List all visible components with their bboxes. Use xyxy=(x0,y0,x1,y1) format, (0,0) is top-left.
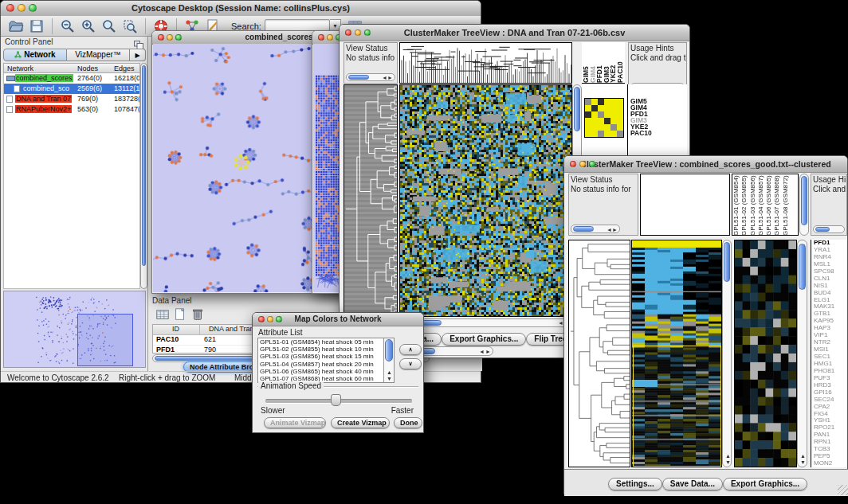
attribute-list-item[interactable]: GPL51-06 (GSM865) heat shock 40 min xyxy=(258,368,383,375)
search-label: Search: xyxy=(231,21,261,31)
close-icon[interactable] xyxy=(6,4,14,12)
gene-dendrogram[interactable] xyxy=(568,240,630,467)
minimize-icon[interactable] xyxy=(579,161,586,167)
column-label: GPL51-03 (GSM856) xyxy=(749,174,757,236)
row-label: PAC10 xyxy=(630,130,687,136)
attribute-list-item[interactable]: GPL51-02 (GSM855) heat shock 10 min xyxy=(258,346,383,353)
move-up-button[interactable]: ∧ xyxy=(399,344,422,355)
gene-label: BUD4 xyxy=(814,290,847,297)
network-list-row[interactable]: combined_sco 2569(6) 13112(15) xyxy=(4,84,139,94)
tab-overflow-arrow[interactable]: ▶ xyxy=(130,49,146,61)
minimize-icon[interactable] xyxy=(327,34,333,41)
gene-label: VIP1 xyxy=(814,332,847,339)
move-down-button[interactable]: ∨ xyxy=(399,358,422,369)
gene-label: HMG1 xyxy=(814,361,847,368)
view-status-scrollbar[interactable]: ◄► xyxy=(571,225,620,233)
zoom-in-icon[interactable] xyxy=(80,18,96,34)
close-icon[interactable] xyxy=(570,161,576,167)
heatmap-global-view[interactable] xyxy=(399,84,572,317)
usage-hints-scrollbar[interactable] xyxy=(813,225,845,233)
attribute-listbox[interactable]: GPL51-01 (GSM854) heat shock 05 minGPL51… xyxy=(257,338,395,383)
network-file-icon xyxy=(6,106,13,113)
scrollbar-thumb[interactable] xyxy=(574,87,580,131)
column-label: GIM4 xyxy=(589,43,596,83)
minimize-icon[interactable] xyxy=(355,29,361,36)
heatmap-global-view[interactable] xyxy=(631,240,722,467)
array-dendrogram[interactable] xyxy=(640,174,730,236)
new-attribute-icon[interactable] xyxy=(173,307,187,322)
treeview1-titlebar[interactable]: ClusterMaker TreeView : DNA and Tran 07-… xyxy=(340,25,689,41)
scrollbar-thumb[interactable] xyxy=(724,242,730,282)
desktop: Cytoscape Desktop (Session Name: collins… xyxy=(0,0,848,504)
network-overview-thumbnail[interactable] xyxy=(3,291,146,368)
delete-attribute-trash-icon[interactable] xyxy=(190,307,205,322)
treeview2-button[interactable]: Settings... xyxy=(608,478,662,490)
dialog-titlebar[interactable]: Map Colors to Network xyxy=(253,313,423,326)
attribute-list-item[interactable]: GPL51-04 (GSM857) heat shock 20 min xyxy=(258,361,383,368)
zoom-vscrollbar[interactable]: ▲▼ xyxy=(797,240,807,467)
zoom-selected-icon[interactable] xyxy=(122,18,138,34)
column-label: GPL51-04 (GSM857) xyxy=(757,174,765,236)
treeview1-button[interactable]: Export Graphics... xyxy=(442,333,526,346)
network-list-row[interactable]: DNA and Tran 07 769(0) 183728(0) xyxy=(4,94,139,104)
attribute-list-item[interactable]: GPL51-03 (GSM856) heat shock 15 min xyxy=(258,353,383,360)
treeview2-button[interactable]: Save Data... xyxy=(662,478,723,490)
treeview2-button[interactable]: Export Graphics... xyxy=(723,478,807,490)
animate-vizmap-button[interactable]: Animate Vizmap xyxy=(264,417,326,428)
zoom-column-labels: GIM5GIM4PFD1GIM3YKE2PAC10 xyxy=(582,42,625,84)
array-dendrogram[interactable] xyxy=(399,42,572,84)
gene-label: SPC98 xyxy=(814,268,847,275)
column-labels-scrollbar[interactable] xyxy=(799,174,809,236)
animation-speed-label: Animation Speed xyxy=(258,381,324,390)
save-icon[interactable] xyxy=(29,18,45,34)
slider-thumb[interactable] xyxy=(331,394,341,406)
zoom-window-icon[interactable] xyxy=(175,34,182,41)
create-vizmap-button[interactable]: Create Vizmap xyxy=(331,417,390,428)
close-icon[interactable] xyxy=(318,34,324,41)
done-button[interactable]: Done xyxy=(394,417,422,428)
row-label: GIM3 xyxy=(630,117,687,123)
zoom-window-icon[interactable] xyxy=(589,161,595,167)
network-list-row[interactable]: combined_scores 2764(0) 16218(0) xyxy=(4,73,139,84)
open-folder-icon[interactable] xyxy=(8,18,24,34)
float-panel-icon[interactable] xyxy=(134,38,143,47)
overview-viewport-rect[interactable] xyxy=(77,314,133,366)
gene-label: MON2 xyxy=(814,460,847,467)
network-list-scrollbar[interactable] xyxy=(140,63,147,289)
close-icon[interactable] xyxy=(258,316,265,322)
zoom-window-icon[interactable] xyxy=(29,4,37,12)
heatmap-vscrollbar[interactable]: ▲▼ xyxy=(722,240,732,467)
zoom-window-icon[interactable] xyxy=(364,29,371,36)
view-status-scrollbar[interactable]: ◄► xyxy=(346,73,395,81)
view-status-panel: View Status No status info for ◄► xyxy=(568,174,638,236)
minimize-icon[interactable] xyxy=(18,4,26,12)
column-label: GPL51-08 (GSM872) xyxy=(782,174,790,236)
zoom-out-icon[interactable] xyxy=(60,18,76,34)
scrollbar-thumb[interactable] xyxy=(142,65,146,266)
gene-label: MSL1 xyxy=(814,261,847,268)
main-titlebar[interactable]: Cytoscape Desktop (Session Name: collins… xyxy=(1,1,481,17)
resize-grip[interactable] xyxy=(838,485,848,495)
close-icon[interactable] xyxy=(345,29,351,36)
minimize-icon[interactable] xyxy=(267,316,273,322)
gene-label: SEC24 xyxy=(814,397,847,404)
zoom-fit-icon[interactable] xyxy=(101,18,117,34)
gene-dendrogram[interactable] xyxy=(344,84,398,317)
gene-label: PHO81 xyxy=(814,368,847,375)
close-icon[interactable] xyxy=(158,34,164,41)
tab-vizmapper[interactable]: VizMapper™ xyxy=(67,49,130,61)
zoom-window-icon[interactable] xyxy=(276,316,282,322)
treeview2-titlebar[interactable]: ClusterMaker TreeView : combined_scores_… xyxy=(564,156,847,173)
zoom-heatmap[interactable] xyxy=(584,98,624,138)
zoom-heatmap[interactable] xyxy=(734,240,797,467)
gene-label: CLN1 xyxy=(814,275,847,283)
attribute-list-item[interactable]: GPL51-01 (GSM854) heat shock 05 min xyxy=(258,338,383,346)
table-view-icon[interactable] xyxy=(155,307,170,322)
minimize-icon[interactable] xyxy=(167,34,173,41)
control-panel-title: Control Panel xyxy=(5,37,53,46)
network-list-row[interactable]: RNAPuberNov2+ 563(0) 107847(0) xyxy=(4,104,139,115)
data-panel-title: Data Panel xyxy=(152,296,191,305)
tab-network[interactable]: Network xyxy=(3,49,67,61)
scrollbar-thumb[interactable] xyxy=(799,244,806,290)
listbox-scrollbar[interactable]: ▲▼ xyxy=(383,338,394,382)
